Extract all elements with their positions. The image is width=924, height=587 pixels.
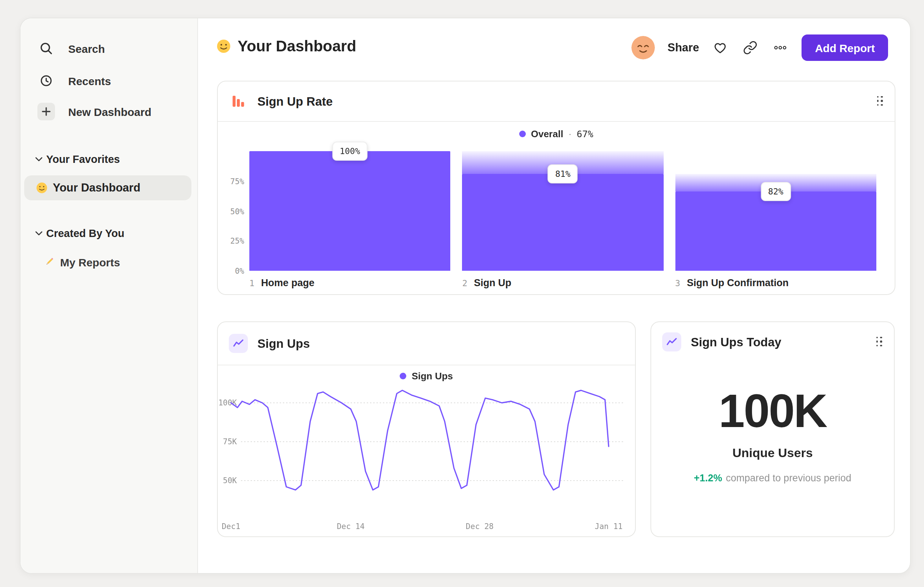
legend-separator: · bbox=[568, 128, 572, 139]
search-icon bbox=[39, 41, 54, 56]
svg-text:Dec 14: Dec 14 bbox=[337, 522, 365, 531]
line-report-icon bbox=[229, 334, 248, 353]
line-legend[interactable]: Sign Ups bbox=[218, 370, 635, 382]
funnel-legend[interactable]: Overall · 67% bbox=[218, 128, 895, 139]
header-actions: Share Add Report bbox=[631, 35, 888, 61]
conversion-label-chip: 82% bbox=[761, 182, 791, 201]
card-header: Sign Up Rate bbox=[218, 81, 895, 121]
step-number: 2 bbox=[462, 278, 467, 288]
card-title: Sign Up Rate bbox=[257, 94, 333, 108]
clock-icon bbox=[39, 73, 54, 88]
favorite-heart-button[interactable] bbox=[712, 39, 729, 56]
legend-dot bbox=[519, 131, 526, 137]
funnel-y-axis: 75%50%25%0% bbox=[218, 151, 244, 271]
svg-text:Dec 28: Dec 28 bbox=[466, 522, 493, 531]
line-report-icon bbox=[662, 332, 681, 351]
sign-ups-today-card: Sign Ups Today 100K Unique Users +1.2%co… bbox=[650, 321, 895, 537]
svg-text:Dec1: Dec1 bbox=[222, 522, 241, 531]
conversion-label-chip: 81% bbox=[548, 164, 578, 184]
funnel-step-labels: 1Home page2Sign Up3Sign Up Confirmation bbox=[249, 277, 876, 288]
funnel-y-tick-label: 0% bbox=[235, 266, 244, 275]
header-divider bbox=[218, 365, 635, 365]
sidebar-item-my-reports[interactable]: My Reports bbox=[43, 252, 120, 272]
funnel-bar-step-1[interactable]: 100% bbox=[249, 151, 450, 271]
sidebar-section-your-favorites[interactable]: Your Favorites bbox=[35, 152, 120, 167]
section-title: Your Favorites bbox=[46, 153, 120, 165]
legend-label: Overall bbox=[531, 128, 563, 139]
legend-label: Sign Ups bbox=[412, 370, 453, 382]
sidebar-section-created-by-you[interactable]: Created By You bbox=[35, 226, 124, 241]
app: Search Recents New Dashboard bbox=[0, 0, 924, 587]
stat-delta-text: compared to previous period bbox=[726, 473, 851, 484]
sidebar-item-label: Your Dashboard bbox=[53, 181, 140, 194]
funnel-bar-solid bbox=[249, 151, 450, 271]
sidebar-item-your-dashboard[interactable]: Your Dashboard bbox=[24, 175, 191, 200]
step-name: Sign Up Confirmation bbox=[687, 277, 789, 288]
link-icon bbox=[743, 40, 758, 55]
svg-text:Jan 11: Jan 11 bbox=[595, 522, 623, 531]
stat-delta-percent: +1.2% bbox=[694, 473, 722, 484]
legend-value: 67% bbox=[577, 128, 593, 139]
sidebar-item-label: New Dashboard bbox=[68, 105, 152, 118]
user-avatar[interactable] bbox=[631, 36, 655, 60]
funnel-y-tick-label: 75% bbox=[230, 177, 244, 186]
sign-up-rate-card: Sign Up Rate Overall · 67% 75%50%25%0% 1… bbox=[217, 81, 895, 295]
heart-icon bbox=[713, 40, 728, 55]
sidebar-item-label: Search bbox=[68, 42, 105, 55]
funnel-y-tick-label: 50% bbox=[230, 207, 244, 215]
drag-handle-icon[interactable] bbox=[877, 96, 884, 107]
sidebar: Search Recents New Dashboard bbox=[21, 18, 198, 573]
sidebar-item-label: Recents bbox=[68, 74, 111, 87]
sidebar-item-new-dashboard[interactable]: New Dashboard bbox=[39, 101, 190, 122]
step-number: 1 bbox=[249, 278, 254, 288]
ellipsis-icon bbox=[774, 41, 787, 54]
funnel-report-icon bbox=[229, 92, 248, 111]
stat-big-number: 100K bbox=[651, 384, 894, 438]
funnel-y-tick-label: 25% bbox=[230, 236, 244, 245]
more-options-button[interactable] bbox=[772, 39, 789, 56]
smiley-emoji-icon bbox=[216, 39, 231, 54]
sidebar-item-label: My Reports bbox=[60, 256, 120, 268]
funnel-bar-step-3[interactable]: 82% bbox=[675, 151, 876, 271]
page-title: Your Dashboard bbox=[216, 37, 356, 55]
step-name: Home page bbox=[261, 277, 315, 288]
card-header: Sign Ups bbox=[218, 322, 635, 365]
funnel-step-label: 1Home page bbox=[249, 277, 450, 288]
legend-dot bbox=[400, 373, 407, 379]
sidebar-item-search[interactable]: Search bbox=[39, 37, 190, 60]
card-title: Sign Ups Today bbox=[691, 335, 781, 349]
sign-ups-card: 100K75K50KDec1Dec 14Dec 28Jan 11 Sign Up… bbox=[217, 321, 636, 537]
chevron-down-icon bbox=[35, 231, 43, 236]
relieved-face-avatar-icon bbox=[631, 36, 655, 60]
stat-delta: +1.2%compared to previous period bbox=[651, 473, 894, 484]
pencil-emoji-icon bbox=[43, 256, 55, 268]
funnel-step-label: 2Sign Up bbox=[462, 277, 664, 288]
card-title: Sign Ups bbox=[257, 336, 310, 351]
stat-metric-label: Unique Users bbox=[651, 446, 894, 461]
sidebar-item-recents[interactable]: Recents bbox=[39, 70, 190, 92]
share-button[interactable]: Share bbox=[667, 41, 699, 54]
funnel-bar-solid bbox=[462, 174, 664, 271]
copy-link-button[interactable] bbox=[742, 39, 759, 56]
funnel-bar-step-2[interactable]: 81% bbox=[462, 151, 664, 271]
smiley-emoji-icon bbox=[36, 182, 48, 194]
funnel-step-label: 3Sign Up Confirmation bbox=[675, 277, 876, 288]
drag-handle-icon[interactable] bbox=[876, 336, 883, 347]
add-report-button[interactable]: Add Report bbox=[802, 35, 888, 61]
svg-text:75K: 75K bbox=[223, 437, 237, 446]
funnel-bar-solid bbox=[675, 192, 876, 271]
section-title: Created By You bbox=[46, 227, 124, 239]
plus-icon bbox=[37, 103, 55, 120]
dashboard-title: Your Dashboard bbox=[238, 37, 356, 55]
svg-text:50K: 50K bbox=[223, 476, 237, 485]
card-header: Sign Ups Today bbox=[651, 322, 894, 362]
step-name: Sign Up bbox=[474, 277, 512, 288]
conversion-label-chip: 100% bbox=[333, 142, 367, 161]
step-number: 3 bbox=[675, 278, 680, 288]
chevron-down-icon bbox=[35, 157, 43, 161]
funnel-bars: 100%81%82% bbox=[249, 151, 876, 271]
dashboard-window: Search Recents New Dashboard bbox=[20, 18, 911, 574]
header-divider bbox=[218, 121, 895, 122]
